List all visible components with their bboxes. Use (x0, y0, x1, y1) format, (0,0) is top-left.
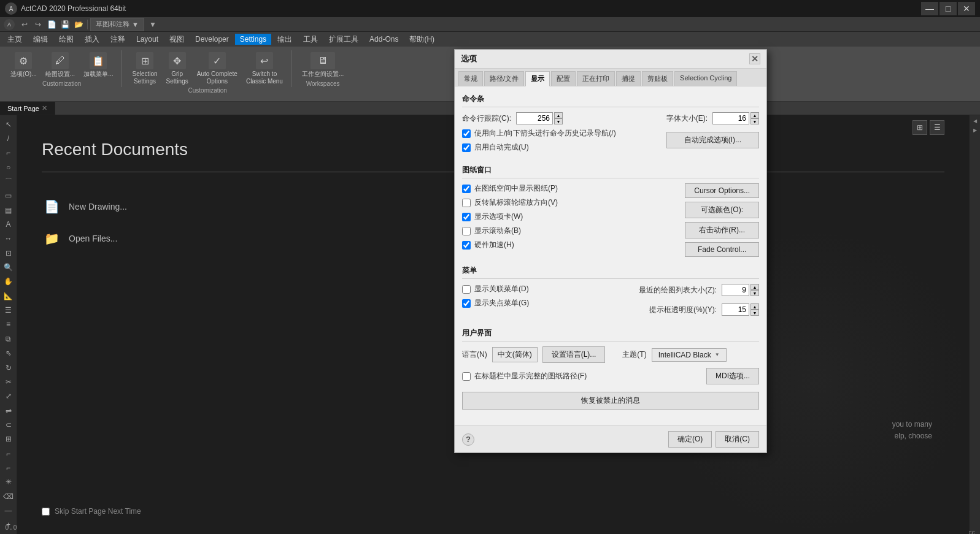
menu-insert[interactable]: 插入 (80, 33, 104, 46)
viewport-opt-1-checkbox[interactable] (462, 185, 471, 193)
tool-line[interactable]: / (2, 132, 15, 145)
tool-dim[interactable]: ↔ (2, 232, 15, 245)
filepath-checkbox[interactable] (462, 372, 471, 381)
dialog-tab-general[interactable]: 常规 (458, 71, 483, 86)
tab-start-page-close[interactable]: ✕ (42, 104, 47, 112)
dialog-tab-config[interactable]: 配置 (551, 71, 576, 86)
dialog-tab-paths[interactable]: 路径/文件 (484, 71, 524, 86)
help-button[interactable]: ? (462, 433, 474, 446)
tool-extend[interactable]: ⤢ (2, 390, 15, 403)
tool-polyline[interactable]: ⌐ (2, 147, 15, 159)
font-size-input[interactable] (712, 112, 749, 124)
right-tool-1[interactable]: ◀ (971, 116, 979, 125)
tool-arc[interactable]: ⌒ (2, 175, 15, 188)
qa-extra-btn[interactable]: ▼ (147, 18, 159, 31)
tool-pan[interactable]: ✋ (2, 275, 15, 288)
ribbon-btn-options[interactable]: ⚙ 选项(O)... (7, 50, 40, 80)
tool-select[interactable]: ↖ (2, 118, 15, 131)
color-options-btn[interactable]: 可选颜色(O): (685, 202, 759, 218)
tool-mirror[interactable]: ⇌ (2, 404, 15, 417)
skip-start-page-checkbox[interactable] (42, 508, 50, 516)
history-spin-up[interactable]: ▲ (554, 112, 563, 118)
menu-developer[interactable]: Developer (190, 34, 234, 45)
ribbon-btn-classic-menu[interactable]: ↩ Switch toClassic Menu (243, 50, 286, 87)
tool-rotate[interactable]: ↻ (2, 361, 15, 374)
cursor-options-btn[interactable]: Cursor Options... (685, 183, 759, 198)
recent-size-spin-up[interactable]: ▲ (750, 284, 759, 290)
font-size-spin-up[interactable]: ▲ (750, 112, 759, 118)
tool-rect[interactable]: ▭ (2, 189, 15, 202)
ribbon-btn-selection[interactable]: ⊞ SelectionSettings (129, 50, 160, 87)
tool-properties[interactable]: ≡ (2, 318, 15, 331)
menu-annotate[interactable]: 注释 (106, 33, 130, 46)
tool-measure[interactable]: 📐 (2, 289, 15, 302)
qa-undo-btn[interactable]: ↩ (18, 18, 31, 31)
autocomplete-options-btn[interactable]: 自动完成选项(I)... (666, 132, 759, 148)
restore-button[interactable]: □ (939, 2, 957, 15)
tooltip-opacity-spin-up[interactable]: ▲ (750, 303, 759, 310)
mdi-options-btn[interactable]: MDI选项... (706, 368, 759, 384)
font-size-spin-down[interactable]: ▼ (750, 118, 759, 124)
history-spin-down[interactable]: ▼ (554, 118, 563, 124)
language-value-btn[interactable]: 中文(简体) (492, 347, 538, 362)
ribbon-btn-grip[interactable]: ✥ GripSettings (163, 50, 191, 87)
ribbon-btn-autocomplete[interactable]: ✓ Auto CompleteOptions (194, 50, 241, 87)
tool-layer[interactable]: ☰ (2, 303, 15, 316)
menu-opt-1-checkbox[interactable] (462, 285, 471, 294)
menu-opt-2-checkbox[interactable] (462, 299, 471, 308)
autocomplete-checkbox[interactable] (462, 143, 471, 152)
menu-extensions[interactable]: 扩展工具 (324, 33, 363, 46)
menu-settings[interactable]: Settings (235, 34, 271, 45)
set-language-btn[interactable]: 设置语言(L)... (542, 346, 606, 363)
recent-size-input[interactable] (722, 284, 749, 296)
qa-save-btn[interactable]: 💾 (59, 18, 71, 31)
menu-view[interactable]: 视图 (164, 33, 189, 46)
dialog-tab-printing[interactable]: 正在打印 (577, 71, 615, 86)
tool-trim[interactable]: ✂ (2, 375, 15, 388)
recover-messages-btn[interactable]: 恢复被禁止的消息 (462, 392, 759, 410)
ribbon-btn-drawing-settings[interactable]: 🖊 绘图设置... (42, 50, 78, 80)
menu-tools[interactable]: 工具 (298, 33, 323, 46)
qa-redo-btn[interactable]: ↪ (32, 18, 44, 31)
tool-text[interactable]: A (2, 218, 15, 231)
qa-new-btn[interactable]: 📄 (45, 18, 58, 31)
viewport-opt-2-checkbox[interactable] (462, 199, 471, 207)
menu-draw[interactable]: 绘图 (54, 33, 79, 46)
dialog-tab-snap[interactable]: 捕捉 (616, 71, 641, 86)
dialog-tab-display[interactable]: 显示 (525, 71, 550, 86)
minimize-button[interactable]: — (921, 2, 938, 15)
menu-help[interactable]: 帮助(H) (404, 33, 439, 46)
view-list-btn[interactable]: ☰ (930, 120, 944, 135)
right-tool-2[interactable]: ▶ (971, 126, 979, 134)
menu-output[interactable]: 输出 (272, 33, 297, 46)
tool-array[interactable]: ⊞ (2, 433, 15, 446)
theme-dropdown[interactable]: IntelliCAD Black ▼ (652, 348, 727, 362)
nav-checkbox[interactable] (462, 129, 471, 138)
tool-block[interactable]: ⊡ (2, 246, 15, 259)
tool-erase[interactable]: ⌫ (2, 490, 15, 503)
menu-addons[interactable]: Add-Ons (365, 34, 403, 45)
menu-home[interactable]: 主页 (2, 33, 27, 46)
tool-explode[interactable]: ✳ (2, 476, 15, 489)
tooltip-opacity-input[interactable] (722, 303, 749, 316)
tool-copy[interactable]: ⧉ (2, 332, 15, 345)
view-grid-btn[interactable]: ⊞ (912, 120, 927, 135)
tool-hatch[interactable]: ▤ (2, 204, 15, 216)
tool-fillet[interactable]: ⌐ (2, 447, 15, 460)
tool-offset[interactable]: ⊂ (2, 418, 15, 431)
dialog-tab-clipboard[interactable]: 剪贴板 (642, 71, 673, 86)
ribbon-btn-workspace[interactable]: 🖥 工作空间设置... (299, 50, 347, 80)
ribbon-btn-load-menu[interactable]: 📋 加载菜单... (80, 50, 116, 80)
tool-break[interactable]: — (2, 504, 15, 517)
cancel-button[interactable]: 取消(C) (716, 431, 759, 448)
tooltip-opacity-spin-down[interactable]: ▼ (750, 310, 759, 316)
viewport-opt-4-checkbox[interactable] (462, 227, 471, 235)
history-input[interactable] (516, 112, 553, 124)
ok-button[interactable]: 确定(O) (668, 431, 712, 448)
menu-edit[interactable]: 编辑 (28, 33, 53, 46)
dialog-close-button[interactable]: ✕ (749, 53, 760, 64)
tool-move[interactable]: ⇖ (2, 347, 15, 360)
right-click-btn[interactable]: 右击动作(R)... (685, 222, 759, 238)
tool-circle[interactable]: ○ (2, 161, 15, 174)
tool-zoom[interactable]: 🔍 (2, 261, 15, 273)
